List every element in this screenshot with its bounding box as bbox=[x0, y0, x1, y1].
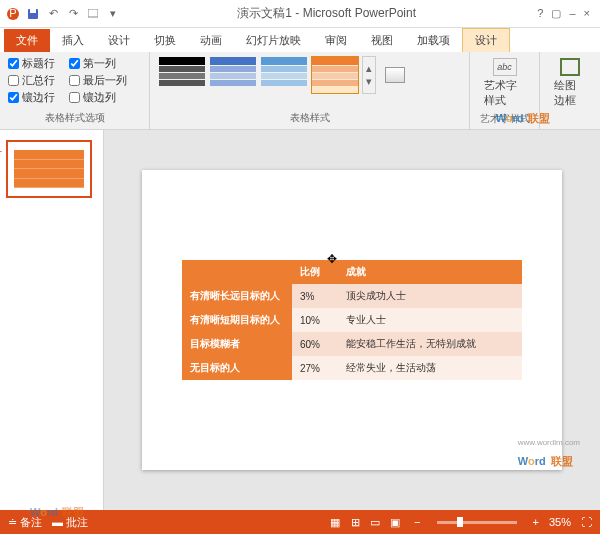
zoom-level[interactable]: 35% bbox=[549, 516, 571, 528]
tab-view[interactable]: 视图 bbox=[359, 29, 405, 52]
zoom-in-button[interactable]: + bbox=[533, 516, 539, 528]
slide-table[interactable]: 比例 成就 有清晰长远目标的人3%顶尖成功人士 有清晰短期目标的人10%专业人士… bbox=[182, 260, 522, 380]
thumb-preview bbox=[14, 150, 84, 188]
wordart-button[interactable]: abc 艺术字样式 bbox=[478, 56, 531, 110]
gallery-more-button[interactable]: ▴▾ bbox=[362, 56, 376, 94]
tab-slideshow[interactable]: 幻灯片放映 bbox=[234, 29, 313, 52]
chk-last-col[interactable]: 最后一列 bbox=[69, 73, 127, 88]
comments-button[interactable]: ▬批注 bbox=[52, 515, 88, 530]
chk-banded-row[interactable]: 镶边行 bbox=[8, 90, 55, 105]
slideshow-view-icon[interactable]: ▣ bbox=[386, 514, 404, 530]
notes-button[interactable]: ≐备注 bbox=[8, 515, 42, 530]
save-icon[interactable] bbox=[24, 5, 42, 23]
sorter-view-icon[interactable]: ⊞ bbox=[346, 514, 364, 530]
help-button[interactable]: ? bbox=[537, 7, 543, 20]
thumb-number: 1 bbox=[0, 142, 2, 154]
ribbon-options-button[interactable]: ▢ bbox=[551, 7, 561, 20]
tab-review[interactable]: 审阅 bbox=[313, 29, 359, 52]
slide-editor[interactable]: ✥ 比例 成就 有清晰长远目标的人3%顶尖成功人士 有清晰短期目标的人10%专业… bbox=[104, 130, 600, 510]
normal-view-icon[interactable]: ▦ bbox=[326, 514, 344, 530]
wordart-label: 艺术字样式 bbox=[484, 78, 525, 108]
tab-animation[interactable]: 动画 bbox=[188, 29, 234, 52]
outline-button[interactable]: 绘图边框 bbox=[548, 56, 592, 110]
svg-text:P: P bbox=[9, 7, 16, 19]
tab-file[interactable]: 文件 bbox=[4, 29, 50, 52]
th-blank[interactable] bbox=[182, 260, 292, 284]
group-table-options: 表格样式选项 bbox=[8, 109, 141, 125]
row3-label[interactable]: 目标模糊者 bbox=[182, 332, 292, 356]
row4-label[interactable]: 无目标的人 bbox=[182, 356, 292, 380]
slide-canvas[interactable]: ✥ 比例 成就 有清晰长远目标的人3%顶尖成功人士 有清晰短期目标的人10%专业… bbox=[142, 170, 562, 470]
svg-rect-3 bbox=[30, 9, 36, 13]
zoom-slider[interactable] bbox=[437, 521, 517, 524]
table-style-2[interactable] bbox=[209, 56, 257, 94]
status-bar: ≐备注 ▬批注 ▦ ⊞ ▭ ▣ − + 35% ⛶ bbox=[0, 510, 600, 534]
row4-result[interactable]: 经常失业，生活动荡 bbox=[338, 356, 523, 380]
chk-header-row[interactable]: 标题行 bbox=[8, 56, 55, 71]
chk-total-row[interactable]: 汇总行 bbox=[8, 73, 55, 88]
chk-banded-col[interactable]: 镶边列 bbox=[69, 90, 127, 105]
move-cursor-icon: ✥ bbox=[327, 252, 337, 266]
row3-result[interactable]: 能安稳工作生活，无特别成就 bbox=[338, 332, 523, 356]
table-style-4-selected[interactable] bbox=[311, 56, 359, 94]
row1-label[interactable]: 有清晰长远目标的人 bbox=[182, 284, 292, 308]
tab-design[interactable]: 设计 bbox=[96, 29, 142, 52]
app-icon: P bbox=[4, 5, 22, 23]
chk-first-col[interactable]: 第一列 bbox=[69, 56, 127, 71]
thumbnail-pane[interactable]: 1 bbox=[0, 130, 104, 510]
wordart-icon: abc bbox=[493, 58, 517, 76]
reading-view-icon[interactable]: ▭ bbox=[366, 514, 384, 530]
zoom-out-button[interactable]: − bbox=[414, 516, 420, 528]
table-style-3[interactable] bbox=[260, 56, 308, 94]
row2-pct[interactable]: 10% bbox=[292, 308, 338, 332]
close-button[interactable]: × bbox=[584, 7, 590, 20]
minimize-button[interactable]: – bbox=[569, 7, 575, 20]
redo-icon[interactable]: ↷ bbox=[64, 5, 82, 23]
outline-label: 绘图边框 bbox=[554, 78, 586, 108]
slide-thumbnail-1[interactable]: 1 bbox=[6, 140, 92, 198]
tab-addins[interactable]: 加载项 bbox=[405, 29, 462, 52]
shading-icon bbox=[385, 67, 405, 83]
tab-insert[interactable]: 插入 bbox=[50, 29, 96, 52]
row2-label[interactable]: 有清晰短期目标的人 bbox=[182, 308, 292, 332]
group-table-styles: 表格样式 bbox=[158, 109, 461, 125]
fit-button[interactable]: ⛶ bbox=[581, 516, 592, 528]
row4-pct[interactable]: 27% bbox=[292, 356, 338, 380]
tab-table-design[interactable]: 设计 bbox=[462, 28, 510, 52]
th-result[interactable]: 成就 bbox=[338, 260, 523, 284]
row3-pct[interactable]: 60% bbox=[292, 332, 338, 356]
qat-more-icon[interactable]: ▾ bbox=[104, 5, 122, 23]
group-wordart: 艺术字样式 bbox=[478, 110, 531, 126]
row1-result[interactable]: 顶尖成功人士 bbox=[338, 284, 523, 308]
pen-icon bbox=[560, 58, 580, 76]
svg-rect-4 bbox=[88, 9, 98, 17]
tab-transition[interactable]: 切换 bbox=[142, 29, 188, 52]
undo-icon[interactable]: ↶ bbox=[44, 5, 62, 23]
row2-result[interactable]: 专业人士 bbox=[338, 308, 523, 332]
window-title: 演示文稿1 - Microsoft PowerPoint bbox=[126, 5, 527, 22]
start-icon[interactable] bbox=[84, 5, 102, 23]
shading-button[interactable] bbox=[379, 65, 411, 85]
table-style-1[interactable] bbox=[158, 56, 206, 94]
row1-pct[interactable]: 3% bbox=[292, 284, 338, 308]
